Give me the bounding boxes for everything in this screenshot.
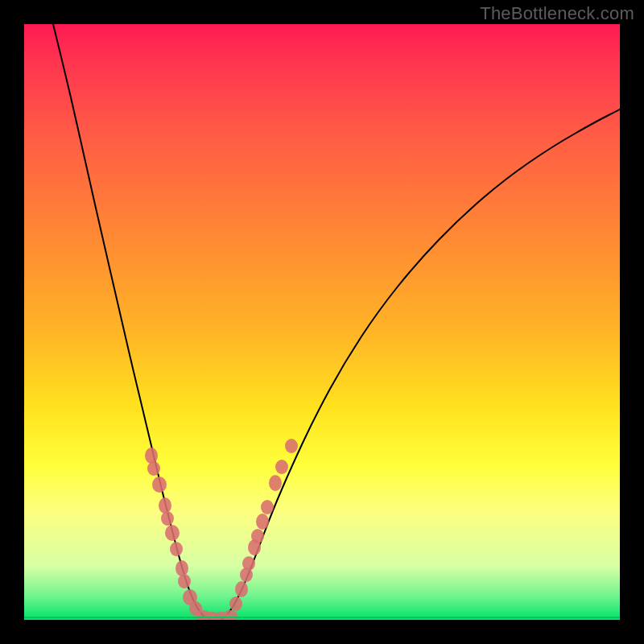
data-point xyxy=(175,560,188,576)
data-point xyxy=(285,439,298,453)
data-point xyxy=(235,581,248,597)
data-points xyxy=(145,439,298,620)
data-point xyxy=(145,448,158,464)
data-point xyxy=(165,525,180,541)
data-point xyxy=(269,475,282,491)
chart-frame: TheBottleneck.com xyxy=(0,0,644,644)
data-point xyxy=(161,511,174,526)
data-point xyxy=(178,574,191,588)
data-point xyxy=(251,529,264,543)
data-point xyxy=(275,460,288,474)
data-point xyxy=(261,500,274,514)
data-point xyxy=(147,461,160,476)
data-point xyxy=(242,556,255,571)
data-point xyxy=(229,597,242,611)
baseline xyxy=(24,617,620,618)
plot-area xyxy=(24,24,620,620)
data-point xyxy=(256,514,269,530)
right-curve xyxy=(221,109,620,620)
data-point xyxy=(170,542,183,556)
data-point xyxy=(223,610,237,620)
data-point xyxy=(152,477,167,493)
watermark-text: TheBottleneck.com xyxy=(480,3,634,24)
left-curve xyxy=(53,24,209,620)
curve-layer xyxy=(24,24,620,620)
data-point xyxy=(159,497,171,514)
